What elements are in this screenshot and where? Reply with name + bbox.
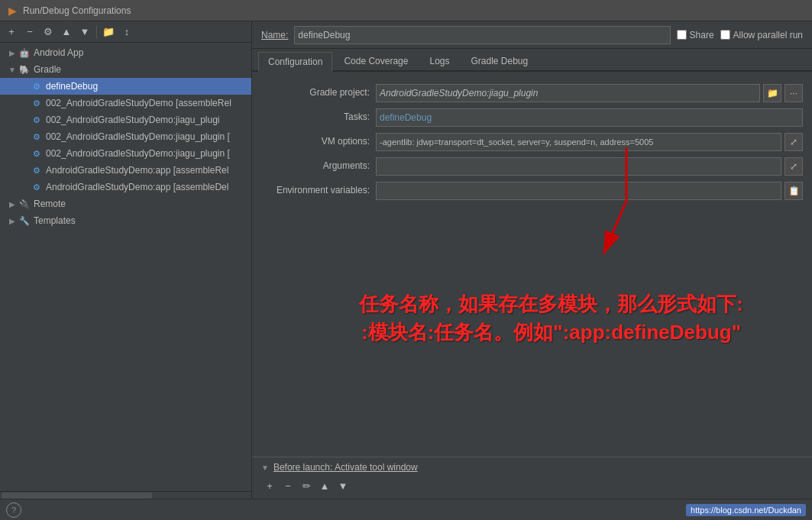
main-window: ▶ Run/Debug Configurations + − ⚙ ▲ ▼ 📁 ↕	[0, 0, 812, 520]
config-icon-c3: ⚙	[31, 131, 43, 143]
tree-label-c2: 002_AndroidGradleStudyDemo:jiagu_plugi	[46, 115, 219, 125]
config-icon-defineDebug: ⚙	[31, 80, 43, 92]
left-panel: + − ⚙ ▲ ▼ 📁 ↕ ▶ 🤖 Android App	[0, 21, 252, 499]
bottom-bar: ? https://blog.csdn.net/Duckdan	[0, 499, 812, 520]
tree-item-c1[interactable]: ▶ ⚙ 002_AndroidGradleStudyDemo [assemble…	[0, 95, 251, 111]
env-variables-input[interactable]	[376, 182, 781, 200]
tree-label-c1: 002_AndroidGradleStudyDemo [assembleRel	[46, 98, 231, 108]
tabs-row: Configuration Code Coverage Logs Gradle …	[252, 49, 812, 72]
before-launch-section: ▼ Before launch: Activate tool window + …	[252, 457, 812, 499]
remove-button[interactable]: −	[21, 24, 38, 40]
tree-item-remote[interactable]: ▶ 🔌 Remote	[0, 195, 251, 212]
tab-gradle-debug[interactable]: Gradle Debug	[461, 50, 538, 70]
tree-item-c6[interactable]: ▶ ⚙ AndroidGradleStudyDemo:app [assemble…	[0, 179, 251, 195]
vm-options-input[interactable]	[376, 133, 781, 151]
before-launch-edit-btn[interactable]: ✏	[298, 477, 315, 494]
tree-label-android-app: Android App	[34, 47, 83, 58]
share-checkbox[interactable]	[677, 30, 687, 40]
gradle-project-input[interactable]	[376, 84, 760, 102]
gradle-project-row: Gradle project: 📁 ···	[252, 81, 812, 105]
tree-item-c5[interactable]: ▶ ⚙ AndroidGradleStudyDemo:app [assemble…	[0, 162, 251, 179]
parallel-checkbox-label[interactable]: Allow parallel run	[720, 30, 803, 40]
config-icon-c4: ⚙	[31, 147, 43, 160]
sort-button[interactable]: ↕	[118, 24, 135, 40]
env-variables-field-group: 📋	[376, 182, 803, 200]
form-area: Gradle project: 📁 ··· Tasks:	[252, 72, 812, 457]
remote-icon: 🔌	[18, 198, 31, 210]
move-down-button[interactable]: ▼	[76, 24, 93, 40]
settings-button[interactable]: ⚙	[40, 24, 57, 40]
expand-arrow-remote: ▶	[6, 198, 18, 210]
before-launch-arrow: ▼	[261, 463, 269, 472]
tab-logs-label: Logs	[429, 56, 449, 66]
tree-item-c3[interactable]: ▶ ⚙ 002_AndroidGradleStudyDemo:jiagu_plu…	[0, 128, 251, 145]
move-up-button[interactable]: ▲	[58, 24, 75, 40]
before-launch-header: ▼ Before launch: Activate tool window	[261, 462, 803, 473]
expand-arrow-gradle: ▼	[6, 63, 18, 76]
vm-options-expand-btn[interactable]: ⤢	[785, 133, 803, 151]
gradle-icon: 🐘	[18, 63, 31, 76]
config-icon-c5: ⚙	[31, 164, 43, 176]
expand-arrow-android: ▶	[6, 47, 18, 59]
tree-item-c4[interactable]: ▶ ⚙ 002_AndroidGradleStudyDemo:jiagu_plu…	[0, 145, 251, 162]
horizontal-scrollbar-area	[0, 491, 251, 499]
tree-label-templates: Templates	[34, 215, 76, 226]
parallel-checkbox[interactable]	[720, 30, 730, 40]
tree-label-remote: Remote	[34, 199, 66, 209]
help-icon: ?	[11, 505, 16, 515]
name-row: Name: Share Allow parallel run	[252, 21, 812, 49]
arguments-expand-btn[interactable]: ⤢	[785, 157, 803, 176]
before-launch-remove-btn[interactable]: −	[280, 477, 296, 494]
tab-logs[interactable]: Logs	[419, 50, 459, 70]
gradle-project-browse-btn[interactable]: 📁	[763, 84, 781, 102]
before-launch-toolbar: + − ✏ ▲ ▼	[261, 477, 803, 494]
right-panel-wrapper: Name: Share Allow parallel run	[252, 21, 812, 499]
main-content: + − ⚙ ▲ ▼ 📁 ↕ ▶ 🤖 Android App	[0, 21, 812, 499]
gradle-project-more-btn[interactable]: ···	[785, 84, 803, 102]
arguments-input[interactable]	[376, 157, 781, 176]
before-launch-up-btn[interactable]: ▲	[316, 477, 333, 494]
android-icon: 🤖	[18, 47, 31, 59]
tree-item-templates[interactable]: ▶ 🔧 Templates	[0, 212, 251, 229]
tree-item-defineDebug[interactable]: ▶ ⚙ defineDebug	[0, 78, 251, 95]
gradle-project-label: Gradle project:	[261, 84, 376, 98]
before-launch-down-btn[interactable]: ▼	[335, 477, 351, 494]
title-text: Run/Debug Configurations	[23, 5, 131, 16]
tasks-input[interactable]	[376, 108, 803, 127]
before-launch-add-btn[interactable]: +	[261, 477, 278, 494]
title-bar: ▶ Run/Debug Configurations	[0, 0, 812, 21]
env-variables-browse-btn[interactable]: 📋	[785, 182, 803, 200]
name-label: Name:	[261, 30, 288, 40]
tree-item-android-app[interactable]: ▶ 🤖 Android App	[0, 44, 251, 61]
tree-label-c6: AndroidGradleStudyDemo:app [assembleDel	[46, 182, 228, 192]
url-badge: https://blog.csdn.net/Duckdan	[686, 504, 806, 516]
folder-button[interactable]: 📁	[100, 24, 117, 40]
add-button[interactable]: +	[3, 24, 20, 40]
tree-label-c3: 002_AndroidGradleStudyDemo:jiagu_plugin …	[46, 131, 230, 142]
right-panel: Name: Share Allow parallel run	[252, 21, 812, 499]
config-icon-c2: ⚙	[31, 114, 43, 126]
help-button[interactable]: ?	[6, 502, 21, 518]
template-icon: 🔧	[18, 215, 31, 227]
tree-item-c2[interactable]: ▶ ⚙ 002_AndroidGradleStudyDemo:jiagu_plu…	[0, 111, 251, 128]
vm-options-field-group: ⤢	[376, 133, 803, 151]
tree-item-gradle[interactable]: ▼ 🐘 Gradle	[0, 61, 251, 78]
tree-label-defineDebug: defineDebug	[46, 81, 98, 92]
configuration-tree[interactable]: ▶ 🤖 Android App ▼ 🐘 Gradle ▶ ⚙ defineDeb…	[0, 43, 251, 491]
bottom-bar-left: ?	[6, 502, 21, 518]
tab-code-coverage[interactable]: Code Coverage	[334, 50, 418, 70]
expand-arrow-templates: ▶	[6, 215, 18, 227]
tab-code-coverage-label: Code Coverage	[344, 56, 408, 66]
tasks-field-group	[376, 108, 803, 127]
tab-configuration[interactable]: Configuration	[258, 52, 332, 72]
tree-toolbar: + − ⚙ ▲ ▼ 📁 ↕	[0, 21, 251, 43]
tree-label-c4: 002_AndroidGradleStudyDemo:jiagu_plugin …	[46, 148, 230, 159]
share-checkbox-label[interactable]: Share	[677, 30, 714, 40]
env-variables-label: Environment variables:	[261, 182, 376, 195]
vm-options-label: VM options:	[261, 133, 376, 147]
arguments-row: Arguments: ⤢	[252, 154, 812, 179]
config-icon-c6: ⚙	[31, 181, 43, 193]
tab-configuration-label: Configuration	[268, 57, 322, 67]
before-launch-label: Before launch: Activate tool window	[273, 462, 418, 473]
name-input[interactable]	[294, 26, 670, 44]
